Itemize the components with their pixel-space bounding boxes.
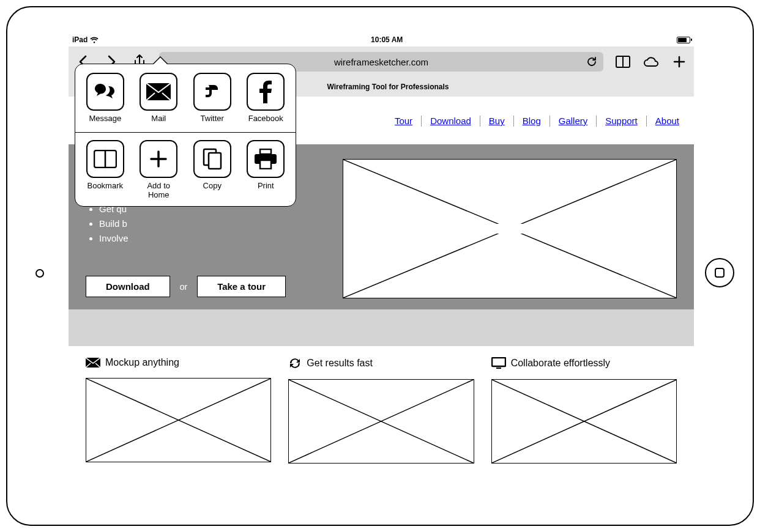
- take-tour-button[interactable]: Take a tour: [197, 276, 286, 297]
- cta-or-text: or: [180, 282, 187, 292]
- feature-title: Collaborate effortlessly: [511, 358, 610, 369]
- mail-icon: [86, 358, 100, 368]
- monitor-icon: [491, 357, 506, 369]
- svg-rect-17: [209, 153, 221, 169]
- features-row: Mockup anything Get results fast: [69, 346, 694, 476]
- feature-image-placeholder: [491, 379, 677, 464]
- status-time: 10:05 AM: [371, 35, 403, 44]
- nav-about[interactable]: About: [655, 116, 679, 126]
- share-bookmark[interactable]: Bookmark: [83, 140, 128, 200]
- share-label: Add to Home: [136, 182, 182, 200]
- camera-dot: [35, 269, 44, 278]
- print-icon: [254, 149, 277, 169]
- share-label: Twitter: [201, 114, 224, 124]
- share-label: Bookmark: [87, 182, 123, 191]
- address-text: wireframesketcher.com: [334, 57, 428, 67]
- share-print[interactable]: Print: [244, 140, 289, 200]
- divider-band: [69, 309, 694, 346]
- hero-screenshot-placeholder: Screenshot: [343, 159, 677, 298]
- share-facebook[interactable]: Facebook: [244, 73, 289, 124]
- feature-title: Get results fast: [307, 358, 373, 369]
- svg-rect-18: [260, 149, 271, 154]
- share-popover: Message Mail Twitter Facebook Bookmark: [75, 64, 296, 207]
- svg-rect-10: [496, 368, 501, 369]
- main-nav: Tour Download Buy Blog Gallery Support A…: [395, 116, 679, 127]
- message-icon: [93, 81, 117, 102]
- mail-icon: [146, 83, 171, 100]
- nav-download[interactable]: Download: [430, 116, 471, 126]
- reader-button[interactable]: [614, 53, 631, 70]
- facebook-icon: [259, 80, 272, 103]
- home-button[interactable]: [705, 258, 734, 287]
- svg-rect-9: [492, 358, 505, 366]
- reload-icon[interactable]: [586, 56, 597, 67]
- hero-bullet: Involve: [99, 231, 330, 246]
- share-label: Facebook: [248, 114, 283, 124]
- feature-image-placeholder: [86, 378, 271, 462]
- hero-bullet: Build b: [99, 216, 330, 231]
- nav-support[interactable]: Support: [605, 116, 638, 126]
- svg-rect-19: [260, 160, 271, 169]
- share-twitter[interactable]: Twitter: [190, 73, 235, 124]
- nav-buy[interactable]: Buy: [489, 116, 505, 126]
- feature-title: Mockup anything: [105, 357, 179, 368]
- share-label: Mail: [151, 114, 166, 124]
- status-bar: iPad 10:05 AM: [69, 33, 694, 46]
- plus-icon: [149, 150, 168, 168]
- share-add-to-home[interactable]: Add to Home: [136, 140, 182, 200]
- wifi-icon: [90, 37, 99, 43]
- share-label: Copy: [203, 182, 222, 191]
- refresh-icon: [288, 357, 302, 369]
- battery-icon: [677, 37, 690, 43]
- share-label: Message: [89, 114, 121, 124]
- ipad-frame: iPad 10:05 AM wireframesketcher.com: [6, 6, 754, 526]
- feature-collaborate: Collaborate effortlessly: [491, 357, 677, 464]
- nav-tour[interactable]: Tour: [395, 116, 412, 126]
- copy-icon: [203, 148, 222, 170]
- new-tab-button[interactable]: [671, 53, 688, 70]
- bookmark-icon: [94, 150, 117, 168]
- feature-results: Get results fast: [288, 357, 474, 464]
- share-label: Print: [258, 182, 274, 191]
- nav-gallery[interactable]: Gallery: [559, 116, 588, 126]
- share-mail[interactable]: Mail: [136, 73, 182, 124]
- device-label: iPad: [72, 35, 88, 44]
- feature-mockup: Mockup anything: [86, 357, 271, 464]
- share-copy[interactable]: Copy: [190, 140, 235, 200]
- placeholder-label: Screenshot: [486, 224, 534, 234]
- twitter-icon: [202, 81, 223, 102]
- feature-image-placeholder: [288, 379, 474, 464]
- cloud-tabs-button[interactable]: [643, 53, 660, 70]
- nav-blog[interactable]: Blog: [523, 116, 541, 126]
- download-button[interactable]: Download: [86, 276, 170, 297]
- share-message[interactable]: Message: [83, 73, 128, 124]
